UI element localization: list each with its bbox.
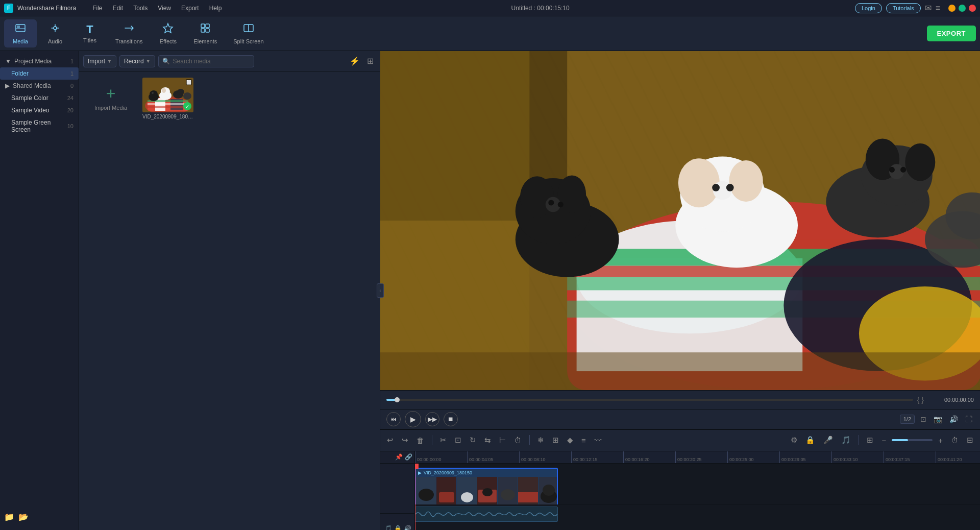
- speed-button[interactable]: ⏱: [511, 434, 524, 447]
- sidebar-section-shared-media[interactable]: ▶ Shared Media 0: [0, 80, 79, 92]
- svg-point-48: [548, 200, 554, 205]
- playback-rate[interactable]: 1/2: [900, 415, 915, 424]
- zoom-bar[interactable]: [892, 439, 933, 441]
- collapse-panel-button[interactable]: ‹: [377, 283, 384, 298]
- chevron-down-icon: ▼: [5, 58, 11, 65]
- titlebar-left: F Wondershare Filmora File Edit Tools Vi…: [4, 4, 226, 13]
- volume-icon[interactable]: 🔊: [948, 414, 960, 425]
- step-forward-button[interactable]: ▶▶: [425, 412, 439, 426]
- lock-track-icon[interactable]: 🔒: [394, 525, 402, 530]
- align-button[interactable]: ≡: [579, 434, 589, 447]
- import-folder-icon[interactable]: 📂: [18, 512, 29, 522]
- stop-button[interactable]: ⏹: [444, 412, 458, 426]
- ruler-mark-label: 00:00:00:00: [417, 457, 442, 462]
- plus-icon[interactable]: +: [936, 434, 945, 447]
- settings-icon[interactable]: ⚙: [788, 433, 800, 447]
- import-media-button[interactable]: + Import Media: [85, 78, 136, 118]
- message-icon[interactable]: ✉: [925, 3, 932, 13]
- audio-clip[interactable]: [415, 507, 558, 522]
- search-icon: 🔍: [162, 58, 170, 65]
- sidebar-item-sample-color[interactable]: Sample Color 24: [0, 92, 79, 104]
- sample-green-label: Sample Green Screen: [11, 119, 67, 133]
- expand-icon[interactable]: ⊟: [964, 433, 976, 447]
- play-button[interactable]: ▶: [405, 411, 421, 427]
- marker-button[interactable]: ◆: [565, 433, 576, 447]
- bracket-out-icon[interactable]: }: [921, 396, 924, 404]
- svg-marker-4: [163, 23, 173, 33]
- menu-view[interactable]: View: [154, 4, 175, 13]
- sidebar-item-sample-green[interactable]: Sample Green Screen 10: [0, 116, 79, 136]
- toolbar-transitions[interactable]: Transitions: [108, 19, 150, 47]
- media-item-vid1[interactable]: ⬜ ✓ VID_20200909_180150: [142, 78, 193, 118]
- svg-point-3: [54, 27, 57, 30]
- split-audio-icon[interactable]: ⊞: [864, 433, 876, 447]
- progress-bar[interactable]: [386, 399, 913, 401]
- menu-export[interactable]: Export: [177, 4, 203, 13]
- media-search-input[interactable]: [158, 55, 254, 67]
- login-button[interactable]: Login: [855, 3, 882, 13]
- audio-icon-btn[interactable]: 🎵: [839, 433, 853, 447]
- step-back-button[interactable]: ⏮: [386, 412, 401, 426]
- maximize-button[interactable]: □: [959, 5, 966, 12]
- undo-button[interactable]: ↩: [384, 433, 396, 447]
- mic-icon[interactable]: 🎤: [821, 433, 836, 447]
- toolbar-media[interactable]: Media: [4, 19, 37, 47]
- toolbar-elements[interactable]: Elements: [186, 19, 224, 47]
- mute-track-icon[interactable]: 🔊: [404, 525, 411, 530]
- filter-icon[interactable]: ⚡: [348, 55, 362, 67]
- redo-button[interactable]: ↪: [399, 433, 411, 447]
- toolbar-titles[interactable]: T Titles: [74, 21, 106, 46]
- minus-icon[interactable]: −: [879, 434, 889, 447]
- toolbar-splitscreen-label: Split Screen: [233, 38, 263, 44]
- menu-help[interactable]: Help: [205, 4, 226, 13]
- snapshot-icon[interactable]: 📷: [932, 414, 944, 425]
- progress-dot: [395, 397, 400, 402]
- add-track-icon[interactable]: 📌: [395, 453, 403, 461]
- tutorials-button[interactable]: Tutorials: [886, 3, 921, 13]
- close-button[interactable]: ✕: [969, 5, 976, 12]
- svg-point-59: [905, 143, 935, 181]
- fit-to-screen-icon[interactable]: ⊡: [919, 414, 928, 425]
- sep3: [859, 435, 859, 445]
- freeze-button[interactable]: ❄: [535, 433, 547, 447]
- minimize-button[interactable]: −: [948, 5, 955, 12]
- mirror-button[interactable]: ⇆: [482, 433, 494, 447]
- cut-button[interactable]: ✂: [437, 433, 449, 447]
- fullscreen-icon[interactable]: ⛶: [964, 414, 974, 425]
- rotate-button[interactable]: ↻: [467, 433, 479, 447]
- audio-track-header: 🎵 🔒 🔊: [380, 514, 414, 530]
- toolbar-splitscreen[interactable]: Split Screen: [226, 19, 271, 47]
- svg-point-21: [152, 92, 154, 94]
- clip-frame-7: [538, 477, 557, 509]
- crop-button[interactable]: ⊡: [452, 433, 464, 447]
- sidebar-section-project-media[interactable]: ▼ Project Media 1: [0, 55, 79, 67]
- settings-icon[interactable]: ≡: [936, 4, 940, 13]
- new-folder-icon[interactable]: 📁: [4, 512, 14, 522]
- import-dropdown[interactable]: Import ▼: [83, 55, 116, 67]
- sidebar-item-folder[interactable]: Folder 1: [0, 67, 79, 80]
- lock-icon[interactable]: 🔒: [803, 433, 818, 447]
- video-clip[interactable]: ▶ VID_20200909_180150: [415, 468, 558, 510]
- audio-track-icon[interactable]: 🎵: [384, 525, 392, 530]
- clock-icon[interactable]: ⏱: [948, 434, 961, 447]
- menu-edit[interactable]: Edit: [109, 4, 128, 13]
- sidebar-item-sample-video[interactable]: Sample Video 20: [0, 104, 79, 116]
- timeline-toolbar: ↩ ↪ 🗑 ✂ ⊡ ↻ ⇆ ⊢ ⏱ ❄ ⊞ ◆ ≡ 〰 ⚙ 🔒 🎤: [380, 430, 980, 451]
- grid-view-icon[interactable]: ⊞: [365, 55, 376, 67]
- svg-rect-6: [206, 24, 209, 28]
- menu-file[interactable]: File: [88, 4, 106, 13]
- timeline-tracks: ▶ VID_20200909_180150: [415, 464, 980, 530]
- menu-tools[interactable]: Tools: [129, 4, 152, 13]
- record-dropdown[interactable]: Record ▼: [119, 55, 155, 67]
- toolbar-effects[interactable]: Effects: [152, 19, 184, 47]
- ruler-mark-label: 00:00:04:05: [469, 457, 494, 462]
- export-button[interactable]: EXPORT: [927, 26, 976, 41]
- split-button[interactable]: ⊢: [497, 433, 508, 447]
- waveform-button[interactable]: 〰: [592, 434, 604, 447]
- link-icon[interactable]: 🔗: [405, 453, 412, 461]
- toolbar-audio[interactable]: Audio: [39, 19, 71, 47]
- timeline-ruler: 00:00:00:0000:00:04:0500:00:08:1000:00:1…: [415, 451, 980, 464]
- bracket-in-icon[interactable]: {: [917, 396, 920, 404]
- fit-button[interactable]: ⊞: [550, 433, 561, 447]
- delete-button[interactable]: 🗑: [414, 434, 427, 447]
